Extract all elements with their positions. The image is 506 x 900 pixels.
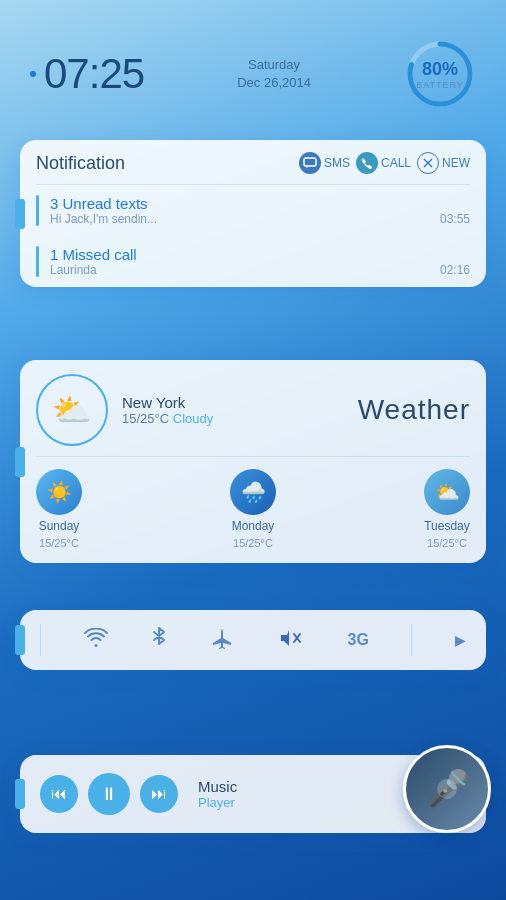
time-text: 07:25 <box>44 50 144 98</box>
notif-bar-1 <box>36 195 39 226</box>
music-info: Music Player <box>198 778 237 810</box>
forecast-icon-monday: 🌧️ <box>230 469 276 515</box>
airplane-toggle[interactable] <box>211 627 237 654</box>
notification-missed-call[interactable]: 1 Missed call Laurinda 02:16 <box>20 236 486 287</box>
music-pause-button[interactable]: ⏸ <box>88 773 130 815</box>
call-button[interactable]: CALL <box>356 152 411 174</box>
music-prev-button[interactable]: ⏮ <box>40 775 78 813</box>
music-card: ⏮ ⏸ ⏭ Music Player 🎤 <box>20 755 486 833</box>
weather-icon: ⛅ <box>52 391 92 429</box>
notification-card: Notification SMS CALL NEW <box>20 140 486 287</box>
music-title: Music <box>198 778 237 795</box>
notif-time-2: 02:16 <box>440 263 470 277</box>
date-display: Saturday Dec 26,2014 <box>237 56 311 92</box>
music-album-center <box>437 779 457 799</box>
battery-text: 80% BATTERY <box>416 59 464 90</box>
time-display: 07:25 <box>30 50 144 98</box>
notification-header: Notification SMS CALL NEW <box>20 140 486 184</box>
ctrl-left-divider <box>40 624 41 656</box>
notif-content-2: 1 Missed call Laurinda <box>36 246 137 277</box>
weather-temp-condition: 15/25°C Cloudy <box>122 411 344 426</box>
controls-expand[interactable]: ▶ <box>455 632 466 648</box>
forecast-icon-sunday: ☀️ <box>36 469 82 515</box>
new-icon <box>417 152 439 174</box>
music-card-dot <box>15 779 25 809</box>
notif-bar-2 <box>36 246 39 277</box>
top-widget: 07:25 Saturday Dec 26,2014 80% BATTERY <box>30 38 476 110</box>
svg-rect-2 <box>304 158 316 166</box>
weather-city: New York <box>122 394 344 411</box>
weather-top: ⛅ New York 15/25°C Cloudy Weather <box>20 360 486 456</box>
bluetooth-toggle[interactable] <box>150 626 168 655</box>
weather-card-dot <box>15 447 25 477</box>
battery-widget: 80% BATTERY <box>404 38 476 110</box>
controls-row: 3G ▶ <box>20 610 486 670</box>
forecast-tuesday: ⛅ Tuesday 15/25°C <box>424 469 470 549</box>
notification-title: Notification <box>36 153 289 174</box>
notification-actions: SMS CALL NEW <box>299 152 470 174</box>
network-indicator: 3G <box>348 631 369 649</box>
controls-card-dot <box>15 625 25 655</box>
time-dot <box>30 71 36 77</box>
notification-unread-texts[interactable]: 3 Unread texts Hi Jack,I'm sendin... 03:… <box>20 185 486 236</box>
mute-toggle[interactable] <box>279 627 305 654</box>
weather-icon-circle: ⛅ <box>36 374 108 446</box>
forecast-sunday: ☀️ Sunday 15/25°C <box>36 469 82 549</box>
weather-info: New York 15/25°C Cloudy <box>122 394 344 426</box>
wifi-toggle[interactable] <box>84 628 108 653</box>
sms-icon <box>299 152 321 174</box>
music-subtitle: Player <box>198 795 237 810</box>
music-next-button[interactable]: ⏭ <box>140 775 178 813</box>
call-icon <box>356 152 378 174</box>
forecast-monday: 🌧️ Monday 15/25°C <box>230 469 276 549</box>
controls-card: 3G ▶ <box>20 610 486 670</box>
forecast-icon-tuesday: ⛅ <box>424 469 470 515</box>
notif-content-1: 3 Unread texts Hi Jack,I'm sendin... <box>36 195 157 226</box>
notif-time-1: 03:55 <box>440 212 470 226</box>
sms-button[interactable]: SMS <box>299 152 350 174</box>
new-button[interactable]: NEW <box>417 152 470 174</box>
ctrl-right-divider <box>411 624 412 656</box>
weather-forecast: ☀️ Sunday 15/25°C 🌧️ Monday 15/25°C ⛅ Tu… <box>20 457 486 563</box>
weather-label: Weather <box>358 394 470 426</box>
weather-card: ⛅ New York 15/25°C Cloudy Weather ☀️ Sun… <box>20 360 486 563</box>
music-album-art[interactable]: 🎤 <box>403 745 491 833</box>
